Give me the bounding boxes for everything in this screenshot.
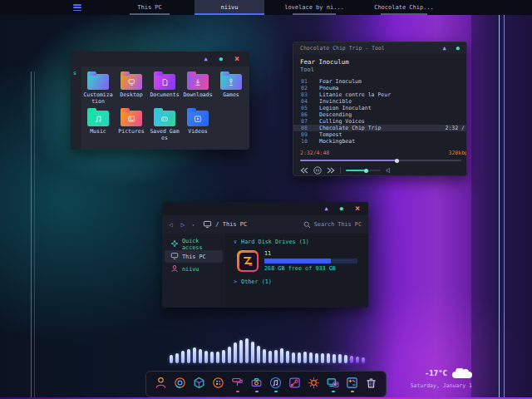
playlist-track-01[interactable]: 01Fear Inoculum — [293, 78, 466, 85]
next-track-icon[interactable] — [327, 167, 335, 174]
taskbar-tab-lovelace-by-ni-[interactable]: lovelace by ni... — [278, 0, 351, 15]
taskbar-tab-chocolate-chip-[interactable]: Chocolate Chip... — [366, 0, 442, 15]
folder-games[interactable]: Games — [216, 71, 246, 108]
dock-recycle-bin-icon[interactable] — [362, 376, 380, 392]
previous-track-icon[interactable] — [300, 167, 308, 174]
folder-icon — [154, 111, 175, 126]
visualizer-bar — [338, 354, 342, 363]
drive-item[interactable]: 11 268 GB free of 933 GB — [237, 250, 368, 272]
running-indicator-dot — [332, 391, 335, 392]
playlist-track-07[interactable]: 07Culling Voices — [293, 118, 466, 125]
folder-window-sidebar[interactable]: s — [71, 66, 81, 150]
sidebar-item-label: This PC — [182, 254, 206, 260]
cloud-icon — [452, 372, 472, 378]
folder-icon — [121, 74, 142, 90]
minimize-button[interactable]: ▲ — [443, 46, 446, 52]
playlist-track-08[interactable]: 08Chocolate Chip Trip2:32 / — [293, 125, 466, 131]
visualizer-bar — [257, 346, 260, 363]
maximize-button[interactable]: ● — [340, 206, 343, 212]
playlist-track-04[interactable]: 04Invincible — [293, 98, 466, 105]
folder-label: Music — [83, 129, 113, 135]
close-icon[interactable]: × — [355, 204, 360, 213]
visualizer-bar — [274, 350, 278, 363]
playlist-track-03[interactable]: 03Litanie contre la Peur — [293, 91, 466, 98]
track-title: Litanie contre la Peur — [319, 91, 391, 98]
visualizer-bar — [239, 340, 243, 363]
playlist-track-02[interactable]: 02Pneuma — [293, 85, 466, 91]
volume-slider[interactable] — [346, 170, 381, 171]
visualizer-bar — [251, 342, 254, 363]
dock-cube-app-icon[interactable] — [190, 376, 208, 392]
folder-label: Pictures — [116, 129, 146, 135]
folder-window-titlebar: ▲ ● × — [71, 52, 249, 66]
search-icon — [303, 221, 311, 229]
dock-taskbar — [145, 371, 387, 397]
running-indicator-dot — [236, 391, 239, 392]
playlist-track-06[interactable]: 06Descending — [293, 111, 466, 118]
playlist-track-05[interactable]: 05Legion Inoculant — [293, 105, 466, 111]
sidebar-item-niivu[interactable]: niivu — [165, 263, 223, 275]
folder-icon — [187, 111, 209, 126]
visualizer-bar — [327, 353, 330, 363]
dock-calculator-icon[interactable] — [343, 376, 361, 392]
maximize-button[interactable]: ● — [456, 46, 460, 52]
search-input[interactable]: Search This PC — [303, 221, 362, 229]
menu-icon[interactable] — [73, 4, 81, 11]
sidebar-item-label: niivu — [182, 266, 199, 273]
visualizer-bar — [263, 349, 266, 363]
track-title: Culling Voices — [319, 118, 365, 125]
taskbar-tab-this-pc[interactable]: This PC — [116, 0, 183, 15]
chevron-right-icon: > — [234, 278, 237, 285]
pause-icon[interactable] — [313, 166, 322, 175]
forward-arrow-icon[interactable]: ▷ — [181, 221, 185, 229]
drive-label: 11 — [264, 250, 357, 257]
visualizer-bar — [181, 351, 185, 363]
visualizer-bar — [175, 353, 179, 363]
dock-user-profile-icon[interactable] — [152, 376, 170, 392]
mute-icon[interactable] — [386, 167, 392, 174]
track-number: 09 — [301, 131, 313, 138]
minimize-button[interactable]: ▲ — [325, 206, 328, 212]
maximize-button[interactable]: ● — [219, 57, 223, 62]
section-hard-disk-drives[interactable]: ∨ Hard Disk Drives (1) — [234, 239, 368, 245]
dock-screenshot-camera-icon[interactable] — [248, 376, 265, 392]
track-number: 04 — [301, 98, 313, 105]
section-other[interactable]: > Other (1) — [234, 278, 368, 285]
running-indicator-dot — [217, 391, 220, 392]
seek-bar[interactable] — [300, 160, 461, 161]
player-window-title: Chocolate Chip Trip - Tool — [300, 45, 385, 52]
folder-icon — [220, 74, 242, 90]
folder-videos[interactable]: Videos — [183, 108, 213, 145]
track-number: 10 — [301, 138, 313, 145]
folder-downloads[interactable]: Downloads — [183, 71, 213, 108]
folder-label: Games — [216, 92, 246, 99]
this-pc-explorer-window: ▲ ● × ◁ ▷ • / This PC Search This PC Qui… — [162, 202, 368, 308]
folder-desktop[interactable]: Desktop — [116, 71, 146, 108]
playlist-track-10[interactable]: 10Mockingbeat — [293, 138, 466, 145]
breadcrumb[interactable]: / This PC — [203, 220, 247, 229]
dock-settings-gear-icon[interactable] — [305, 376, 323, 392]
folder-icon — [154, 74, 175, 90]
dock-chrome-browser-icon[interactable] — [171, 376, 189, 392]
dock-display-settings-icon[interactable] — [324, 376, 342, 392]
folder-saved-games[interactable]: Saved Games — [150, 108, 180, 145]
sidebar-item-quick-access[interactable]: Quick access — [165, 238, 223, 250]
playlist-track-09[interactable]: 09Tempest — [293, 131, 466, 138]
dock-music-app-icon[interactable] — [267, 376, 284, 392]
close-icon[interactable]: × — [234, 55, 239, 63]
visualizer-bar — [268, 351, 272, 363]
back-arrow-icon[interactable]: ◁ — [169, 221, 173, 229]
running-indicator-dot — [293, 391, 297, 392]
sidebar-item-this-pc[interactable]: This PC — [165, 250, 223, 263]
dock-color-picker-icon[interactable] — [209, 376, 227, 392]
folder-pictures[interactable]: Pictures — [116, 108, 146, 145]
folder-customization[interactable]: Customization — [83, 71, 113, 108]
folder-music[interactable]: Music — [83, 108, 113, 145]
taskbar-tab-niivu[interactable]: niivu — [195, 0, 264, 15]
elapsed-time: 2:32/4:48 — [300, 150, 329, 156]
recent-locations-icon[interactable]: • — [192, 222, 195, 228]
folder-documents[interactable]: Documents — [150, 71, 180, 108]
dock-paint-roller-icon[interactable] — [229, 376, 246, 392]
dock-steam-icon[interactable] — [286, 376, 303, 392]
minimize-button[interactable]: ▲ — [204, 57, 208, 62]
